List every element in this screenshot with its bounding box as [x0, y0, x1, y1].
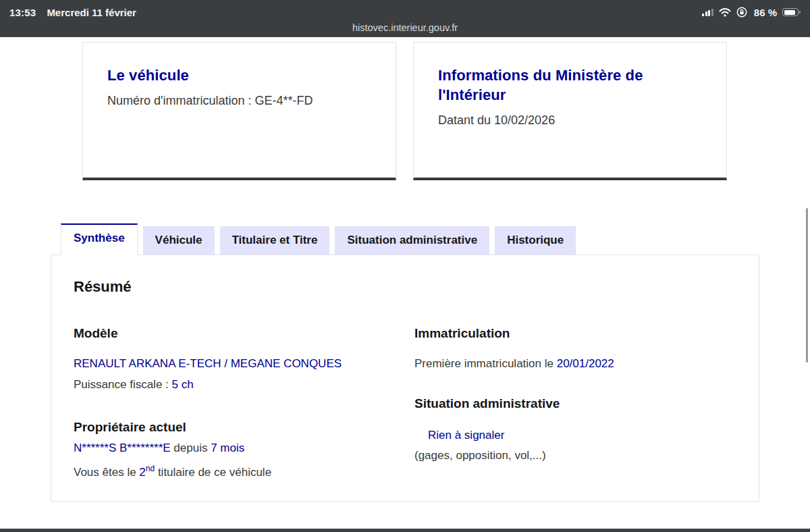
model-name: RENAULT ARKANA E-TECH / MEGANE CONQUES	[74, 356, 414, 371]
card-ministry-title: Informations du Ministère de l'Intérieur	[438, 65, 702, 105]
tab-situation-administrative[interactable]: Situation administrative	[335, 226, 489, 255]
fiscal-power-line: Puissance fiscale : 5 ch	[74, 377, 414, 392]
first-registration-line: Première immatriculation le 20/01/2022	[414, 356, 737, 371]
tab-titulaire-et-titre[interactable]: Titulaire et Titre	[220, 226, 330, 255]
url-row: histovec.interieur.gouv.fr	[0, 21, 810, 34]
battery-percent: 86 %	[754, 7, 777, 18]
status-left: 13:53 Mercredi 11 février	[9, 7, 136, 18]
tab-bar: Synthèse Véhicule Titulaire et Titre Sit…	[61, 223, 576, 255]
owner-since-label: depuis	[171, 442, 211, 454]
card-vehicle: Le véhicule Numéro d'immatriculation : G…	[82, 42, 396, 180]
first-registration-label: Première immatriculation le	[414, 357, 557, 370]
holder-suffix: titulaire de ce véhicule	[155, 466, 271, 479]
fiscal-power-label: Puissance fiscale :	[74, 378, 172, 391]
battery-icon	[782, 8, 801, 16]
status-right: 86 %	[702, 7, 801, 18]
card-vehicle-body: Numéro d'immatriculation : GE-4**-FD	[107, 92, 371, 109]
tab-synthese[interactable]: Synthèse	[61, 223, 138, 255]
footer-edge	[0, 529, 810, 532]
summary-heading: Résumé	[74, 278, 737, 296]
tab-historique[interactable]: Historique	[495, 226, 576, 255]
tab-vehicule[interactable]: Véhicule	[143, 226, 215, 255]
scrollbar[interactable]	[806, 208, 808, 363]
synthese-panel: Résumé Modèle RENAULT ARKANA E-TECH / ME…	[51, 255, 759, 502]
owner-line: N******S B********E depuis 7 mois	[74, 441, 414, 456]
cellular-signal-icon	[702, 9, 713, 16]
fiscal-power-value: 5 ch	[172, 378, 194, 391]
holder-rank-line: Vous êtes le 2nd titulaire de ce véhicul…	[74, 461, 414, 480]
admin-status-heading: Situation administrative	[414, 396, 737, 412]
orientation-lock-icon	[736, 7, 747, 18]
status-row: 13:53 Mercredi 11 février 86 %	[0, 0, 810, 20]
owner-masked-name: N******S B********E	[74, 442, 171, 454]
registration-heading: Immatriculation	[414, 325, 737, 342]
owner-heading: Propriétaire actuel	[74, 419, 414, 435]
url-bar[interactable]: histovec.interieur.gouv.fr	[352, 21, 458, 34]
clock: 13:53	[9, 7, 36, 18]
summary-columns: Modèle RENAULT ARKANA E-TECH / MEGANE CO…	[74, 325, 737, 480]
card-ministry: Informations du Ministère de l'Intérieur…	[413, 42, 727, 180]
cards-row: Le véhicule Numéro d'immatriculation : G…	[82, 42, 727, 180]
owner-since-value: 7 mois	[211, 442, 244, 454]
admin-status-value: Rien à signaler	[414, 428, 737, 443]
summary-right-column: Immatriculation Première immatriculation…	[414, 325, 737, 480]
card-vehicle-title: Le véhicule	[107, 65, 371, 85]
holder-rank-suffix: nd	[146, 464, 155, 473]
wifi-icon	[719, 8, 731, 17]
holder-rank: 2	[139, 466, 145, 479]
card-ministry-body: Datant du 10/02/2026	[438, 112, 702, 128]
model-heading: Modèle	[74, 325, 414, 342]
statusbar: 13:53 Mercredi 11 février 86 %	[0, 0, 810, 37]
first-registration-date: 20/01/2022	[557, 357, 614, 370]
status-date: Mercredi 11 février	[47, 7, 136, 18]
admin-status-note: (gages, opposition, vol,...)	[414, 448, 737, 463]
summary-left-column: Modèle RENAULT ARKANA E-TECH / MEGANE CO…	[74, 325, 414, 480]
holder-prefix: Vous êtes le	[74, 466, 139, 479]
